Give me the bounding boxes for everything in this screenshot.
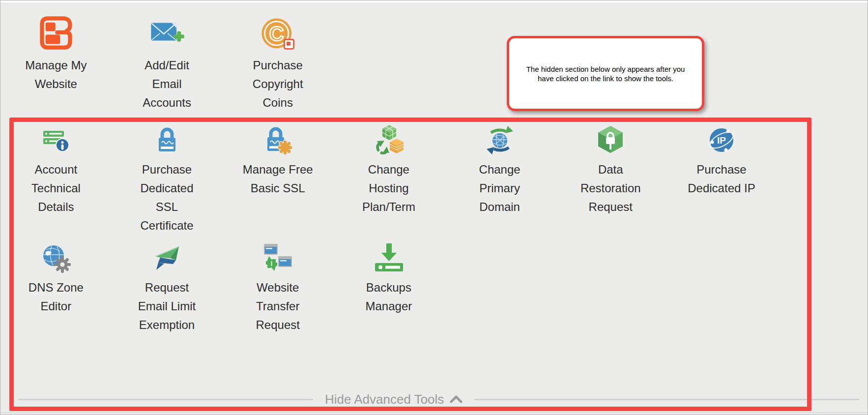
- data-restoration-icon: [595, 123, 626, 156]
- tile-change-hosting-plan[interactable]: Change Hosting Plan/Term: [333, 123, 444, 235]
- tile-label: Request Email Limit Exemption: [138, 278, 196, 334]
- tile-label: Purchase Dedicated SSL Certificate: [140, 160, 193, 235]
- free-ssl-icon: [262, 123, 293, 156]
- tile-website-transfer-request[interactable]: Website Transfer Request: [222, 241, 333, 334]
- label-line: Details: [31, 198, 81, 216]
- label-line: Request: [580, 198, 641, 216]
- divider-line-left: [18, 399, 313, 400]
- label-line: Data: [580, 160, 641, 179]
- label-line: Manage My: [25, 56, 87, 75]
- label-line: Request: [138, 278, 196, 297]
- label-line: Technical: [31, 179, 81, 198]
- email-limit-icon: [151, 241, 183, 274]
- label-line: Change: [362, 160, 415, 179]
- advanced-tools-row-2: DNS Zone Editor Request Email Limit Exem…: [0, 241, 444, 334]
- hide-advanced-tools-link[interactable]: Hide Advanced Tools: [313, 392, 474, 407]
- label-line: Request: [256, 316, 300, 334]
- tile-label: Manage My Website: [25, 56, 87, 93]
- tile-label: Change Hosting Plan/Term: [362, 160, 415, 216]
- label-line: Plan/Term: [362, 198, 415, 216]
- website-transfer-icon: [262, 241, 293, 274]
- tile-account-technical-details[interactable]: Account Technical Details: [0, 123, 112, 235]
- annotation-callout: The hidden section below only appears af…: [507, 36, 704, 111]
- copyright-coins-icon: C: [260, 13, 295, 52]
- tile-purchase-dedicated-ip[interactable]: IP Purchase Dedicated IP: [666, 123, 777, 235]
- account-technical-icon: [40, 123, 72, 156]
- tile-manage-my-website[interactable]: Manage My Website: [0, 13, 112, 112]
- label-line: Restoration: [580, 179, 641, 198]
- label-line: Copyright: [253, 75, 303, 93]
- label-line: Hosting: [362, 179, 415, 198]
- hide-advanced-tools-label: Hide Advanced Tools: [325, 392, 444, 407]
- label-line: Transfer: [256, 297, 300, 316]
- chevron-up-icon: [450, 392, 463, 407]
- divider-line-right: [474, 399, 859, 400]
- tile-label: Account Technical Details: [31, 160, 81, 216]
- advanced-tools-footer: Hide Advanced Tools: [18, 391, 859, 408]
- label-line: Accounts: [143, 93, 191, 112]
- tile-label: Website Transfer Request: [256, 278, 300, 334]
- tile-label: Add/Edit Email Accounts: [143, 56, 191, 112]
- label-line: Email: [143, 75, 191, 93]
- label-line: Purchase: [253, 56, 303, 75]
- svg-text:IP: IP: [717, 135, 726, 146]
- tile-label: DNS Zone Editor: [29, 278, 84, 316]
- label-line: Backups: [366, 278, 412, 297]
- label-line: Purchase: [688, 160, 755, 179]
- label-line: Dedicated IP: [688, 179, 755, 198]
- label-line: Coins: [253, 93, 303, 112]
- tile-backups-manager[interactable]: Backups Manager: [333, 241, 444, 334]
- label-line: Exemption: [138, 316, 196, 334]
- annotation-callout-text: The hidden section below only appears af…: [524, 64, 687, 83]
- label-line: Domain: [479, 198, 521, 216]
- tile-label: Data Restoration Request: [580, 160, 641, 216]
- tile-change-primary-domain[interactable]: Change Primary Domain: [444, 123, 555, 235]
- top-strip: [0, 0, 868, 3]
- tile-purchase-dedicated-ssl[interactable]: Purchase Dedicated SSL Certificate: [112, 123, 223, 235]
- tile-purchase-copyright-coins[interactable]: C Purchase Copyright Coins: [222, 13, 333, 112]
- add-edit-email-icon: [149, 13, 185, 52]
- label-line: Account: [31, 160, 81, 179]
- label-line: Basic SSL: [243, 179, 313, 198]
- label-line: Add/Edit: [143, 56, 191, 75]
- tile-label: Backups Manager: [366, 278, 412, 316]
- label-line: Website: [256, 278, 300, 297]
- label-line: Website: [25, 75, 87, 93]
- tile-data-restoration-request[interactable]: Data Restoration Request: [555, 123, 666, 235]
- tile-label: Change Primary Domain: [479, 160, 521, 216]
- label-line: Manager: [366, 297, 412, 316]
- label-line: Certificate: [140, 216, 193, 235]
- backups-manager-icon: [373, 241, 405, 274]
- tile-add-edit-email[interactable]: Add/Edit Email Accounts: [112, 13, 223, 112]
- label-line: Dedicated: [140, 179, 193, 198]
- hosting-plan-icon: [373, 123, 405, 156]
- label-line: Email Limit: [138, 297, 196, 316]
- advanced-tools-row-1: Account Technical Details Purchase Dedic…: [0, 123, 777, 235]
- bottom-pad: [0, 413, 868, 415]
- top-tiles-row: Manage My Website Add/Edit Email Acc: [0, 13, 333, 112]
- label-line: SSL: [140, 198, 193, 216]
- label-line: Primary: [479, 179, 521, 198]
- label-line: DNS Zone: [29, 278, 84, 297]
- tile-manage-free-basic-ssl[interactable]: Manage Free Basic SSL: [222, 123, 333, 235]
- tile-dns-zone-editor[interactable]: DNS Zone Editor: [0, 241, 112, 334]
- label-line: Manage Free: [243, 160, 313, 179]
- primary-domain-icon: [484, 123, 516, 156]
- tile-request-email-limit-exemption[interactable]: Request Email Limit Exemption: [112, 241, 223, 334]
- dns-zone-icon: [40, 241, 72, 274]
- label-line: Editor: [29, 297, 84, 316]
- label-line: Change: [479, 160, 521, 179]
- svg-text:C: C: [269, 22, 284, 45]
- tile-label: Manage Free Basic SSL: [243, 160, 313, 198]
- tile-label: Purchase Dedicated IP: [688, 160, 755, 198]
- dedicated-ip-icon: IP: [706, 123, 737, 156]
- dedicated-ssl-icon: [151, 123, 183, 156]
- label-line: Purchase: [140, 160, 193, 179]
- control-panel-page: Manage My Website Add/Edit Email Acc: [0, 0, 868, 415]
- tile-label: Purchase Copyright Coins: [253, 56, 303, 112]
- manage-website-icon: [37, 13, 75, 52]
